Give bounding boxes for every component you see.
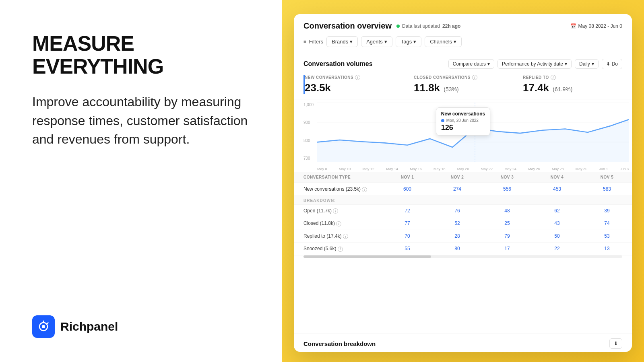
chart-area: 1,000 900 800 700 [294,99,632,172]
data-status: Data last updated 22h ago [396,23,460,29]
filters-btn[interactable]: ≡ Filters [303,39,323,45]
info-icon: i [336,221,341,226]
scrollbar[interactable] [303,255,622,258]
y-label-800: 800 [303,138,316,143]
cell: 55 [382,243,432,255]
table-row: Closed (11.8k) i 77 52 25 43 74 [294,217,632,230]
date-range-text: May 08 2022 - Jun 0 [578,23,622,29]
data-table: CONVERSATION TYPE NOV 1 NOV 2 NOV 3 NOV … [294,172,632,255]
x-label: May 24 [504,167,516,171]
table-row: Replied to (17.4k) i 70 28 79 50 53 [294,230,632,243]
x-label: May 26 [528,167,540,171]
performance-btn[interactable]: Performance by Activity date ▾ [497,59,572,69]
breakdown-label: BREAKDOWN: [294,196,632,204]
cell: 80 [432,243,482,255]
col-nov3: NOV 3 [482,172,532,183]
x-label: May 14 [386,167,398,171]
row-label: New conversations (23.5k) i [294,183,382,196]
col-type: CONVERSATION TYPE [294,172,382,183]
download-btn[interactable]: ⬇ Do [602,59,622,69]
tooltip-dot [441,119,444,122]
replied-to-value: 17.4k (61.9%) [523,82,622,94]
main-heading: MEASURE EVERYTHING [32,32,250,78]
download-label: Do [612,61,618,67]
brands-label: Brands [332,39,348,45]
cell: 22 [532,243,582,255]
channels-filter[interactable]: Channels ▾ [425,36,462,47]
x-label: Jun 3 [620,167,629,171]
info-icon: i [343,234,348,239]
col-nov1: NOV 1 [382,172,432,183]
section-controls: Compare dates ▾ Performance by Activity … [448,59,622,69]
x-label: May 10 [339,167,351,171]
table-row: New conversations (23.5k) i 600 274 556 … [294,183,632,196]
x-label: May 20 [457,167,469,171]
logo-section: Richpanel [32,315,250,338]
y-label-900: 900 [303,120,316,125]
sub-text: Improve accountability by measuring resp… [32,93,250,148]
richpanel-logo-icon [32,315,55,338]
chevron-down-icon: ▾ [454,39,456,45]
cell: 600 [382,183,432,196]
x-label: May 30 [576,167,588,171]
cell: 43 [532,217,582,230]
x-label: Jun 1 [599,167,608,171]
dashboard-content: Conversation volumes Compare dates ▾ Per… [294,52,632,352]
conversation-breakdown-title: Conversation breakdown [303,340,376,347]
cell: 76 [432,204,482,217]
closed-conversations-label: CLOSED CONVERSATIONS i [414,75,513,80]
daily-btn[interactable]: Daily ▾ [575,59,599,69]
x-label: May 18 [433,167,446,171]
col-nov5: NOV 5 [582,172,632,183]
chart-x-labels: May 8 May 10 May 12 May 14 May 16 May 18… [317,167,629,171]
chevron-down-icon: ▾ [487,61,490,67]
cell: 52 [432,217,482,230]
row-label: Closed (11.8k) i [294,217,382,230]
tags-filter[interactable]: Tags ▾ [396,36,421,47]
filters-label: Filters [309,39,323,45]
compare-dates-btn[interactable]: Compare dates ▾ [448,59,494,69]
cell: 13 [582,243,632,255]
data-table-area: CONVERSATION TYPE NOV 1 NOV 2 NOV 3 NOV … [294,172,632,333]
closed-conversations-metric: CLOSED CONVERSATIONS i 11.8k (53%) [404,75,513,94]
table-row: Snoozed (5.6k) i 55 80 17 22 13 [294,243,632,255]
info-icon: i [362,187,367,192]
tooltip-date: Mon, 20 Jun 2022 [441,118,485,123]
conversation-breakdown-section: Conversation breakdown ⬇ [294,333,632,352]
tooltip-value: 126 [441,123,485,132]
dashboard-header: Conversation overview Data last updated … [294,14,632,52]
table-row: Open (11.7k) i 72 76 48 62 39 [294,204,632,217]
closed-conversations-value: 11.8k (53%) [414,82,513,94]
daily-label: Daily [579,61,590,67]
data-age: 22h ago [442,23,460,29]
compare-dates-label: Compare dates [453,61,486,67]
cell: 62 [532,204,582,217]
performance-label: Performance by Activity date [502,61,563,67]
metrics-row: NEW CONVERSATIONS i 23.5k CLOSED CONVERS… [303,75,622,94]
breakdown-download-btn[interactable]: ⬇ [609,338,622,349]
brands-filter[interactable]: Brands ▾ [326,36,358,47]
tooltip-title: New conversations [441,111,485,117]
cell: 77 [382,217,432,230]
row-label: Open (11.7k) i [294,204,382,217]
conversation-volumes-title: Conversation volumes [303,60,373,68]
title-row: Conversation overview Data last updated … [303,21,622,31]
agents-filter[interactable]: Agents ▾ [361,36,392,47]
svg-point-1 [42,325,45,328]
col-nov2: NOV 2 [432,172,482,183]
channels-label: Channels [430,39,452,45]
breakdown-header: BREAKDOWN: [294,195,632,204]
cell: 72 [382,204,432,217]
cell: 48 [482,204,532,217]
x-label: May 28 [552,167,564,171]
download-icon: ⬇ [614,341,618,346]
right-panel: Conversation overview Data last updated … [282,0,644,362]
new-conversations-metric: NEW CONVERSATIONS i 23.5k [303,75,404,94]
filter-icon: ≡ [303,39,307,45]
info-icon: i [355,75,360,80]
replied-to-label: REPLIED TO i [523,75,622,80]
tags-label: Tags [401,39,412,45]
chevron-down-icon: ▾ [384,39,387,45]
col-nov4: NOV 4 [532,172,582,183]
agents-label: Agents [366,39,382,45]
